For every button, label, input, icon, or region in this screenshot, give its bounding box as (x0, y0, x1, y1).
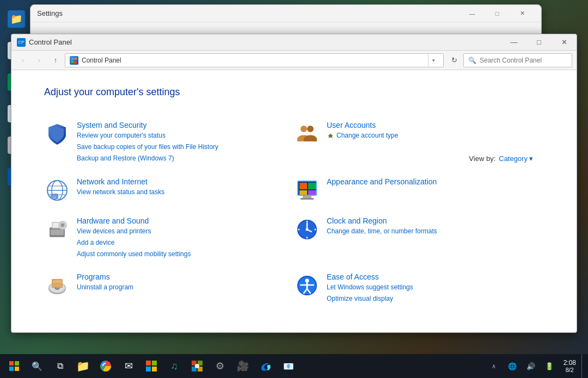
settings-close-button[interactable]: ✕ (510, 5, 535, 22)
tray-battery-icon[interactable]: 🔋 (541, 357, 558, 375)
svg-rect-19 (308, 190, 316, 195)
viewby-dropdown[interactable]: Category ▾ (499, 154, 533, 163)
nav-forward-button[interactable]: › (32, 53, 46, 67)
hardware-sound-link-1[interactable]: View devices and printers (77, 226, 191, 237)
user-accounts-content: User Accounts Change account type (327, 121, 398, 141)
svg-point-37 (306, 228, 309, 231)
user-accounts-link-1[interactable]: Change account type (336, 131, 398, 141)
taskbar-mail-button[interactable]: ✉ (118, 355, 139, 377)
user-accounts-title[interactable]: User Accounts (327, 121, 398, 129)
category-appearance: Appearance and Personalization (294, 171, 544, 210)
svg-point-4 (301, 126, 307, 132)
show-desktop-button[interactable] (581, 354, 585, 378)
programs-link-1[interactable]: Uninstall a program (77, 282, 133, 293)
ease-of-access-content: Ease of Access Let Windows suggest setti… (327, 272, 413, 304)
tray-expand-button[interactable]: ∧ (485, 357, 503, 375)
system-security-link-3[interactable]: Backup and Restore (Windows 7) (77, 153, 218, 164)
svg-rect-54 (15, 361, 19, 365)
svg-point-33 (307, 220, 308, 222)
ease-of-access-title[interactable]: Ease of Access (327, 272, 413, 281)
taskbar-zoom-button[interactable]: 🎥 (232, 355, 254, 377)
network-internet-link-1[interactable]: View network status and tasks (77, 187, 164, 197)
taskbar-store-button[interactable] (140, 355, 162, 377)
taskbar-explorer-button[interactable]: 📁 (72, 355, 94, 377)
nav-up-button[interactable]: ↑ (48, 53, 63, 67)
svg-point-28 (62, 224, 64, 226)
taskbar-chrome-button[interactable] (95, 355, 117, 377)
settings-minimize-button[interactable]: — (460, 5, 485, 22)
svg-point-36 (298, 228, 300, 230)
ease-of-access-link-2[interactable]: Optimize visual display (327, 294, 413, 304)
svg-rect-62 (146, 367, 151, 371)
system-security-icon (44, 121, 70, 147)
programs-title[interactable]: Programs (77, 272, 133, 281)
hardware-sound-link-3[interactable]: Adjust commonly used mobility settings (77, 249, 191, 259)
cp-close-button[interactable]: ✕ (552, 34, 577, 51)
svg-rect-13 (53, 196, 56, 199)
svg-point-35 (307, 237, 308, 238)
programs-icon (44, 272, 70, 299)
taskbar-photos-button[interactable] (186, 355, 208, 377)
svg-rect-2 (71, 61, 74, 63)
clock-time: 2:08 (564, 359, 576, 367)
nav-refresh-button[interactable]: ↻ (447, 53, 461, 67)
nav-address-dropdown[interactable]: ▾ (428, 53, 439, 67)
clock-region-icon (294, 216, 320, 243)
system-security-link-2[interactable]: Save backup copies of your files with Fi… (77, 142, 218, 152)
taskbar-search-button[interactable]: 🔍 (26, 355, 48, 377)
nav-back-button[interactable]: ‹ (16, 53, 30, 67)
svg-point-34 (315, 228, 316, 230)
tray-volume-icon[interactable]: 🔊 (522, 357, 540, 375)
svg-rect-18 (299, 190, 307, 195)
hardware-sound-title[interactable]: Hardware and Sound (77, 216, 191, 225)
hardware-sound-link-2[interactable]: Add a device (77, 238, 191, 248)
cp-minimize-button[interactable]: — (501, 34, 526, 51)
nav-address-text: Control Panel (82, 57, 425, 64)
taskbar-settings-button[interactable]: ⚙ (209, 355, 231, 377)
start-button[interactable] (3, 355, 25, 377)
network-internet-icon (44, 177, 70, 203)
categories-grid: System and Security Review your computer… (44, 114, 544, 311)
svg-point-5 (307, 126, 314, 132)
clock-region-content: Clock and Region Change date, time, or n… (327, 216, 437, 237)
svg-point-6 (329, 134, 332, 138)
svg-point-68 (195, 364, 199, 368)
system-security-title[interactable]: System and Security (77, 121, 218, 129)
svg-rect-55 (9, 367, 14, 371)
clock-date: 8/2 (566, 367, 574, 373)
nav-search-bar[interactable]: 🔍 (463, 53, 572, 67)
svg-rect-0 (71, 58, 74, 60)
clock-region-link-1[interactable]: Change date, time, or number formats (327, 226, 437, 237)
svg-rect-61 (152, 361, 157, 365)
settings-maximize-button[interactable]: □ (485, 5, 510, 22)
nav-address-bar[interactable]: Control Panel ▾ (65, 53, 444, 67)
category-hardware-sound: Hardware and Sound View devices and prin… (44, 210, 294, 267)
hardware-sound-content: Hardware and Sound View devices and prin… (77, 216, 191, 260)
desktop-icon-1[interactable]: 📁 (3, 5, 30, 33)
settings-titlebar: Settings — □ ✕ (30, 5, 541, 22)
clock-area[interactable]: 2:08 8/2 (559, 354, 580, 378)
svg-rect-56 (15, 367, 19, 371)
tray-network-icon[interactable]: 🌐 (504, 357, 521, 375)
cp-maximize-button[interactable]: □ (526, 34, 552, 51)
svg-rect-60 (146, 361, 151, 365)
appearance-icon (294, 177, 320, 203)
cp-window-title: Control Panel (29, 38, 72, 46)
taskbar-edge-button[interactable] (255, 355, 277, 377)
taskbar-spotify-button[interactable]: ♫ (163, 355, 185, 377)
system-security-link-1[interactable]: Review your computer's status (77, 131, 218, 141)
svg-rect-17 (308, 183, 316, 189)
taskbar-outlook-button[interactable]: 📧 (278, 355, 299, 377)
task-view-button[interactable]: ⧉ (49, 355, 71, 377)
cp-window-buttons: — □ ✕ (501, 34, 577, 51)
ease-of-access-link-1[interactable]: Let Windows suggest settings (327, 282, 413, 293)
svg-rect-53 (9, 361, 14, 365)
svg-rect-1 (75, 58, 77, 60)
clock-region-title[interactable]: Clock and Region (327, 216, 437, 225)
hardware-sound-icon (44, 216, 70, 243)
svg-rect-21 (301, 198, 314, 200)
network-internet-title[interactable]: Network and Internet (77, 177, 164, 186)
search-input[interactable] (480, 57, 567, 64)
svg-rect-16 (299, 183, 307, 189)
appearance-title[interactable]: Appearance and Personalization (327, 177, 437, 186)
